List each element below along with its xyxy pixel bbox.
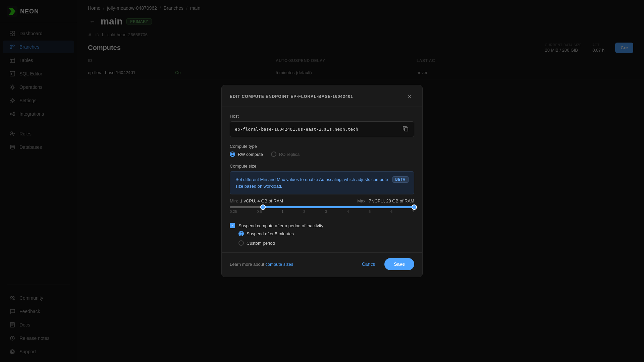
compute-type-radio-group: RW compute RO replica bbox=[230, 152, 414, 157]
slider-ticks: 0.25 0.5 1 2 3 4 5 6 7 bbox=[230, 208, 414, 215]
tick-3: 2 bbox=[303, 209, 305, 214]
suspend-options: Suspend after 5 minutes Custom period bbox=[230, 228, 414, 246]
modal-close-button[interactable]: × bbox=[405, 92, 414, 101]
modal-overlay: EDIT COMPUTE ENDPOINT EP-FLORAL-BASE-160… bbox=[0, 0, 644, 362]
suspend-custom-circle bbox=[238, 240, 244, 246]
info-text: Set different Min and Max values to enab… bbox=[235, 176, 388, 189]
modal-footer: Learn more about compute sizes Cancel Sa… bbox=[222, 252, 422, 277]
suspend-checkbox-label: Suspend compute after a period of inacti… bbox=[238, 223, 323, 228]
svg-rect-24 bbox=[405, 128, 408, 131]
suspend-custom-label: Custom period bbox=[247, 241, 275, 246]
tick-2: 1 bbox=[281, 209, 283, 214]
slider-max-thumb[interactable] bbox=[412, 204, 417, 210]
autoscaling-info-box: Set different Min and Max values to enab… bbox=[230, 171, 414, 194]
min-key: Min: bbox=[230, 198, 238, 203]
compute-size-section: Compute size Set different Min and Max v… bbox=[230, 164, 414, 216]
slider-left-fill bbox=[230, 206, 263, 208]
tick-8: 7 bbox=[412, 209, 414, 214]
slider-fill bbox=[263, 206, 414, 208]
host-input-field: ep-floral-base-16042401.us-east-2.aws.ne… bbox=[230, 121, 414, 137]
beta-badge: BETA bbox=[392, 176, 409, 183]
compute-type-label: Compute type bbox=[230, 144, 414, 149]
modal-title: EDIT COMPUTE ENDPOINT EP-FLORAL-BASE-160… bbox=[230, 94, 353, 99]
modal-edit-compute: EDIT COMPUTE ENDPOINT EP-FLORAL-BASE-160… bbox=[221, 85, 423, 277]
radio-rw-compute[interactable]: RW compute bbox=[230, 152, 263, 157]
compute-type-section: Compute type RW compute RO replica bbox=[230, 144, 414, 157]
tick-7: 6 bbox=[390, 209, 392, 214]
save-button[interactable]: Save bbox=[384, 258, 414, 270]
host-section: Host ep-floral-base-16042401.us-east-2.a… bbox=[230, 114, 414, 137]
check-icon: ✓ bbox=[231, 224, 234, 227]
slider-track bbox=[230, 206, 414, 208]
learn-more-text: Learn more about compute sizes bbox=[230, 262, 293, 267]
learn-more-link[interactable]: compute sizes bbox=[265, 262, 293, 267]
size-labels: Min: 1 vCPU, 4 GB of RAM Max: 7 vCPU, 28… bbox=[230, 198, 414, 203]
max-key: Max: bbox=[357, 198, 367, 203]
radio-ro-label: RO replica bbox=[279, 152, 300, 157]
tick-4: 3 bbox=[325, 209, 327, 214]
compute-slider[interactable]: 0.25 0.5 1 2 3 4 5 6 7 bbox=[230, 206, 414, 215]
tick-1: 0.5 bbox=[257, 209, 262, 214]
radio-ro-circle bbox=[271, 152, 276, 157]
slider-min-thumb[interactable] bbox=[260, 204, 266, 210]
host-label: Host bbox=[230, 114, 414, 119]
max-label-group: Max: 7 vCPU, 28 GB of RAM bbox=[357, 198, 414, 203]
suspend-5min-label: Suspend after 5 minutes bbox=[247, 231, 294, 236]
suspend-5min-circle bbox=[238, 231, 244, 236]
modal-header: EDIT COMPUTE ENDPOINT EP-FLORAL-BASE-160… bbox=[222, 85, 422, 107]
max-value: 7 vCPU, 28 GB of RAM bbox=[369, 198, 414, 203]
min-label-group: Min: 1 vCPU, 4 GB of RAM bbox=[230, 198, 283, 203]
min-value: 1 vCPU, 4 GB of RAM bbox=[240, 198, 283, 203]
cancel-button[interactable]: Cancel bbox=[357, 259, 382, 269]
modal-body: Host ep-floral-base-16042401.us-east-2.a… bbox=[222, 107, 422, 252]
tick-5: 4 bbox=[347, 209, 349, 214]
copy-button[interactable] bbox=[402, 125, 409, 133]
host-value: ep-floral-base-16042401.us-east-2.aws.ne… bbox=[235, 127, 399, 132]
suspend-section: ✓ Suspend compute after a period of inac… bbox=[230, 223, 414, 246]
learn-more-prefix: Learn more about bbox=[230, 262, 264, 267]
suspend-checkbox-item[interactable]: ✓ Suspend compute after a period of inac… bbox=[230, 223, 414, 228]
suspend-custom-option[interactable]: Custom period bbox=[238, 240, 414, 246]
radio-ro-replica[interactable]: RO replica bbox=[271, 152, 300, 157]
suspend-checkbox[interactable]: ✓ bbox=[230, 223, 235, 228]
tick-0: 0.25 bbox=[230, 209, 237, 214]
compute-size-label: Compute size bbox=[230, 164, 414, 169]
modal-actions: Cancel Save bbox=[357, 258, 414, 270]
radio-rw-label: RW compute bbox=[238, 152, 263, 157]
tick-6: 5 bbox=[369, 209, 371, 214]
suspend-5min-option[interactable]: Suspend after 5 minutes bbox=[238, 231, 414, 236]
radio-rw-circle bbox=[230, 152, 235, 157]
